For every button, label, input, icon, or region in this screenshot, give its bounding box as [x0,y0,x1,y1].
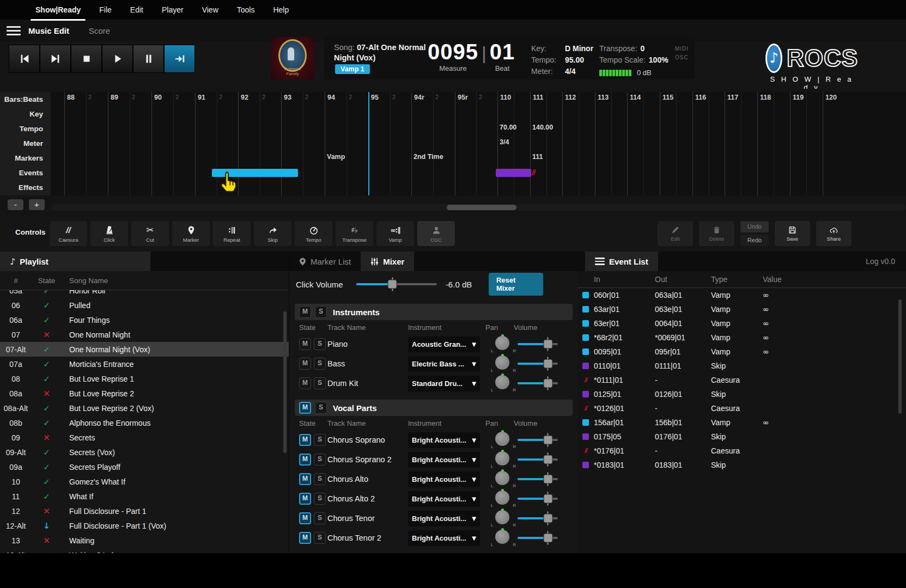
track-mute-button[interactable]: M [299,377,311,389]
slider-thumb[interactable] [544,514,552,523]
menu-file[interactable]: File [90,0,121,20]
playlist-row[interactable]: 13✕Waiting [0,533,289,548]
playhead[interactable] [368,92,369,195]
meter-change-label[interactable]: 3/4 [500,138,509,146]
playlist-row[interactable]: 06✓Pulled [0,298,289,313]
repeat-tool-button[interactable]: Repeat [213,221,251,246]
event-row[interactable]: //*0126|01-Caesura [577,401,906,415]
click-tool-button[interactable]: Click [90,221,128,246]
tempo-tool-button[interactable]: Tempo [295,221,332,246]
click-volume-slider[interactable] [356,283,437,285]
slider-thumb[interactable] [544,456,552,464]
zoom-in-button[interactable]: + [29,199,45,210]
track-volume-slider[interactable] [518,439,558,441]
track-volume-slider[interactable] [518,458,558,461]
instrument-dropdown[interactable]: Bright Acousti...▼ [408,511,480,526]
playlist-row[interactable]: 12✕Full Disclosure - Part 1 [0,504,289,518]
event-row[interactable]: 0110|010111|01Skip [577,359,906,373]
event-row[interactable]: 060r|01063a|01Vamp∞ [577,288,906,302]
edit-button[interactable]: Edit [658,221,693,246]
event-list-tab[interactable]: Event List [585,252,658,271]
menu-view[interactable]: View [193,0,228,20]
playlist-tab[interactable]: ♪ Playlist [0,252,150,271]
transport-play-button[interactable] [102,45,133,73]
mixer-tab[interactable]: Mixer [361,252,414,271]
track-volume-slider[interactable] [518,537,558,539]
transport-skip-back-button[interactable] [9,45,40,73]
menu-tools[interactable]: Tools [228,0,264,20]
pan-knob-dial[interactable] [495,491,509,505]
track-solo-button[interactable]: S [314,358,326,370]
track-mute-button[interactable]: M [299,358,311,370]
pan-knob[interactable]: LR [489,509,518,528]
transport-skip-forward-button[interactable] [40,45,71,73]
event-row[interactable]: //*0176|01-Caesura [577,444,906,458]
slider-thumb[interactable] [544,534,552,542]
track-solo-button[interactable]: S [314,377,326,389]
track-solo-button[interactable]: S [314,532,326,544]
event-row[interactable]: 156ar|01156b|01Vamp∞ [577,415,906,430]
track-volume-slider[interactable] [518,478,558,480]
track-volume-slider[interactable] [518,343,558,345]
playlist-row[interactable]: 07✕One Normal Night [0,327,289,342]
playlist-row[interactable]: 08a✕But Love Reprise 2 [0,386,289,401]
slider-thumb[interactable] [544,436,552,444]
slider-thumb[interactable] [544,379,552,388]
pan-knob[interactable]: LR [489,450,518,469]
pan-knob[interactable]: LR [489,489,518,509]
track-mute-button[interactable]: M [299,512,311,524]
event-row[interactable]: 0095|01095r|01Vamp∞ [577,345,906,359]
track-solo-button[interactable]: S [314,454,326,465]
vamp-tool-button[interactable]: ∞:‖Vamp [376,221,414,246]
track-volume-slider[interactable] [518,498,558,500]
skip-tool-button[interactable]: Skip [254,221,291,246]
playlist-row[interactable]: 05a✓Honor Roll [0,290,289,298]
event-row[interactable]: 0175|050176|01Skip [577,430,906,444]
track-solo-button[interactable]: S [314,434,326,446]
pan-knob[interactable]: LR [489,469,518,489]
playlist-scrollbar[interactable] [283,311,287,453]
event-row[interactable]: 0125|010126|01Skip [577,387,906,401]
marker-tool-button[interactable]: Marker [172,221,210,246]
transpose-tool-button[interactable]: ♯♭Transpose [336,221,373,246]
track-volume-slider[interactable] [518,382,558,384]
section-solo-button[interactable]: S [315,306,327,318]
event-list-scrollbar[interactable] [898,299,902,414]
transport-pause-button[interactable] [133,45,164,73]
menu-edit[interactable]: Edit [121,0,153,20]
track-solo-button[interactable]: S [314,473,326,485]
track-volume-slider[interactable] [518,363,558,365]
track-mute-button[interactable]: M [299,454,311,465]
main-menu-icon[interactable] [7,24,21,38]
pan-knob[interactable]: LR [489,354,518,373]
timeline-scrollbar-thumb[interactable] [447,205,516,210]
osc-tool-button[interactable]: OSC [417,221,455,246]
playlist-row[interactable]: 09a✓Secrets Playoff [0,460,289,474]
playlist-row[interactable]: 12-Alt↓Full Disclosure - Part 1 (Vox) [0,518,289,533]
pan-knob-dial[interactable] [495,530,509,544]
skip-event-bar[interactable] [496,169,531,177]
timeline-grid[interactable]: 888990919293949594r95r110111112113114115… [51,92,906,195]
playlist-row[interactable]: 08b✓Alphonso the Enormous [0,415,289,430]
save-button[interactable]: Save [775,221,810,246]
pan-knob[interactable]: LR [489,528,518,548]
slider-thumb[interactable] [388,280,397,289]
pan-knob-dial[interactable] [495,356,509,370]
zoom-out-button[interactable]: - [8,199,23,210]
marker-label[interactable]: Vamp [327,153,345,161]
section-solo-button[interactable]: S [315,402,327,414]
slider-thumb[interactable] [544,495,552,503]
caesura-event-marker[interactable]: // [532,168,535,177]
track-mute-button[interactable]: M [299,493,311,505]
track-solo-button[interactable]: S [314,512,326,524]
pan-knob[interactable]: LR [489,334,518,354]
reset-mixer-button[interactable]: Reset Mixer [489,273,543,296]
instrument-dropdown[interactable]: Bright Acousti...▼ [408,432,480,448]
playlist-row[interactable]: 13-Alt✓Waiting (Vox) [0,548,289,553]
slider-thumb[interactable] [544,360,552,368]
pan-knob-dial[interactable] [495,471,509,485]
undo-button[interactable]: Undo [740,221,769,232]
playlist-row[interactable]: 07a✓Morticia's Entrance [0,357,289,371]
marker-list-tab[interactable]: Marker List [289,252,361,271]
pan-knob-dial[interactable] [495,336,509,350]
